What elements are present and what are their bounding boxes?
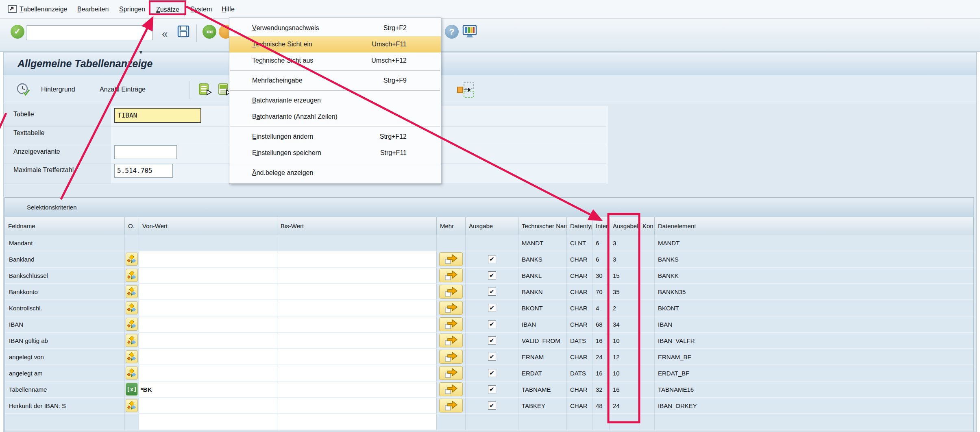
bis-wert-input[interactable] xyxy=(277,382,437,398)
feldname-cell[interactable]: Mandant xyxy=(5,235,125,251)
feldname-cell[interactable]: Bankkonto xyxy=(5,284,125,300)
multiple-selection-button[interactable] xyxy=(439,334,463,347)
von-wert-input[interactable] xyxy=(139,251,277,268)
ausgabe-checkbox[interactable]: ✔ xyxy=(488,255,496,263)
bis-wert-input[interactable] xyxy=(277,284,437,300)
menu-item[interactable]: B̲atchvariante erzeugen xyxy=(229,92,441,109)
menu-zusaetze[interactable]: Z̲usätze xyxy=(151,2,185,17)
collapse-command-icon[interactable]: « xyxy=(162,28,168,40)
selection-interval-icon[interactable] xyxy=(126,350,138,363)
anzahl-eintraege-button[interactable]: Anzahl Einträge xyxy=(96,81,149,98)
von-wert-input[interactable] xyxy=(139,235,277,251)
bis-wert-input[interactable] xyxy=(277,268,437,284)
selection-interval-icon[interactable] xyxy=(126,334,138,347)
bis-wert-input[interactable] xyxy=(277,300,437,316)
ausgabe-checkbox[interactable]: ✔ xyxy=(488,336,496,345)
von-wert-input[interactable] xyxy=(139,398,277,414)
contains-pattern-icon[interactable]: [x] xyxy=(126,383,138,396)
menu-hilfe[interactable]: H̲ilfe xyxy=(217,2,240,17)
selektionskriterien-tab[interactable]: Selektionskriterien xyxy=(5,198,973,217)
menu-bearbeiten[interactable]: B̲earbeiten xyxy=(72,2,113,17)
maximale-trefferzahl-input[interactable]: 5.514.705 xyxy=(114,164,173,178)
anzeigevariante-input[interactable] xyxy=(114,145,177,159)
enter-check-icon[interactable]: ✓ xyxy=(11,25,24,39)
ausgabe-checkbox[interactable]: ✔ xyxy=(488,271,496,279)
feldname-cell[interactable]: angelegt am xyxy=(5,365,125,382)
feldname-cell[interactable]: IBAN xyxy=(5,316,125,333)
bis-wert-input[interactable] xyxy=(277,235,437,251)
menu-springen[interactable]: S̲pringen xyxy=(114,2,150,17)
selection-interval-icon[interactable] xyxy=(126,285,138,298)
menu-item[interactable]: T̲echnische Sicht einUmsch+F11 xyxy=(229,36,441,52)
von-wert-input[interactable] xyxy=(139,300,277,316)
multiple-selection-button[interactable] xyxy=(439,285,463,299)
ausgabe-checkbox[interactable]: ✔ xyxy=(488,288,496,296)
ausgabelaenge-cell: 10 xyxy=(610,333,639,349)
ausgabe-cell: ✔ xyxy=(466,284,518,300)
feldname-cell[interactable]: Tabellenname xyxy=(5,382,125,398)
ausgabe-checkbox[interactable]: ✔ xyxy=(488,401,496,410)
multiple-selection-button[interactable] xyxy=(439,350,463,364)
menu-system[interactable]: S̲ystem xyxy=(185,2,217,17)
select-all-list-icon[interactable] xyxy=(198,83,212,98)
multiple-selection-button[interactable] xyxy=(439,366,463,380)
selection-interval-icon[interactable] xyxy=(126,269,138,282)
bis-wert-input[interactable] xyxy=(277,251,437,268)
feldname-cell[interactable]: Herkunft der IBAN: S xyxy=(5,398,125,414)
selection-interval-icon[interactable] xyxy=(126,301,138,314)
bis-wert-input[interactable] xyxy=(277,349,437,365)
new-session-monitor-icon[interactable] xyxy=(462,24,477,41)
feldname-cell[interactable]: angelegt von xyxy=(5,349,125,365)
feldname-cell[interactable] xyxy=(5,414,125,430)
selection-criteria-row: angelegt von✔ERNAMCHAR2412ERNAM_BF xyxy=(5,349,973,365)
multiple-selection-button[interactable] xyxy=(439,399,463,412)
von-wert-input[interactable] xyxy=(139,349,277,365)
von-wert-input[interactable]: *BK xyxy=(139,382,277,398)
bis-wert-input[interactable] xyxy=(277,365,437,382)
command-field[interactable] xyxy=(26,25,153,40)
selection-interval-icon[interactable] xyxy=(126,318,138,331)
von-wert-input[interactable] xyxy=(139,268,277,284)
von-wert-input[interactable] xyxy=(139,284,277,300)
menu-item[interactable]: Ei̲nstellungen speichernStrg+F11 xyxy=(229,145,441,161)
menu-item[interactable]: Tec̲hnische Sicht ausUmsch+F12 xyxy=(229,52,441,69)
ausgabe-checkbox[interactable]: ✔ xyxy=(488,385,496,393)
ausgabe-checkbox[interactable]: ✔ xyxy=(488,353,496,361)
von-wert-input[interactable] xyxy=(139,414,277,430)
von-wert-input[interactable] xyxy=(139,333,277,349)
menu-tabellenanzeige[interactable]: T̲abellenanzeige xyxy=(15,2,72,17)
bis-wert-input[interactable] xyxy=(277,333,437,349)
feldname-cell[interactable]: Bankschlüssel xyxy=(5,268,125,284)
save-icon[interactable] xyxy=(176,24,190,40)
feldname-cell[interactable]: Kontrollschl. xyxy=(5,300,125,316)
multiple-selection-button[interactable] xyxy=(439,317,463,331)
selection-interval-icon[interactable] xyxy=(126,367,138,380)
feldname-cell[interactable]: Bankland xyxy=(5,251,125,268)
bis-wert-input[interactable] xyxy=(277,414,437,430)
bis-wert-input[interactable] xyxy=(277,316,437,333)
multiple-selection-button[interactable] xyxy=(439,252,463,266)
ausgabe-checkbox[interactable]: ✔ xyxy=(488,304,496,312)
bis-wert-input[interactable] xyxy=(277,398,437,414)
multiple-selection-button[interactable] xyxy=(439,301,463,315)
ausgabe-checkbox[interactable]: ✔ xyxy=(488,320,496,328)
back-icon[interactable]: «« xyxy=(203,25,216,39)
menu-item[interactable]: V̲erwendungsnachweisStrg+F2 xyxy=(229,20,441,36)
selection-interval-icon[interactable] xyxy=(126,399,138,412)
ausgabe-checkbox[interactable]: ✔ xyxy=(488,369,496,377)
hintergrund-button[interactable]: Hintergrund xyxy=(38,81,78,98)
von-wert-input[interactable] xyxy=(139,316,277,333)
menu-item[interactable]: Ä̲nd.belege anzeigen xyxy=(229,165,441,181)
menu-item[interactable]: MehrfacheingabeStrg+F9 xyxy=(229,72,441,89)
von-wert-input[interactable] xyxy=(139,365,277,382)
execute-background-clock-icon[interactable] xyxy=(16,83,30,99)
menu-item[interactable]: Ba̲tchvariante (Anzahl Zeilen) xyxy=(229,109,441,125)
multiple-selection-button[interactable] xyxy=(439,268,463,282)
feldname-cell[interactable]: IBAN gültig ab xyxy=(5,333,125,349)
selection-interval-icon[interactable] xyxy=(126,253,138,266)
help-icon[interactable]: ? xyxy=(445,25,459,39)
menu-item[interactable]: E̲instellungen ändernStrg+F12 xyxy=(229,129,441,145)
multiple-selection-button[interactable] xyxy=(439,382,463,396)
expand-selection-icon[interactable] xyxy=(456,82,475,100)
tabelle-input[interactable]: TIBAN xyxy=(114,108,201,123)
